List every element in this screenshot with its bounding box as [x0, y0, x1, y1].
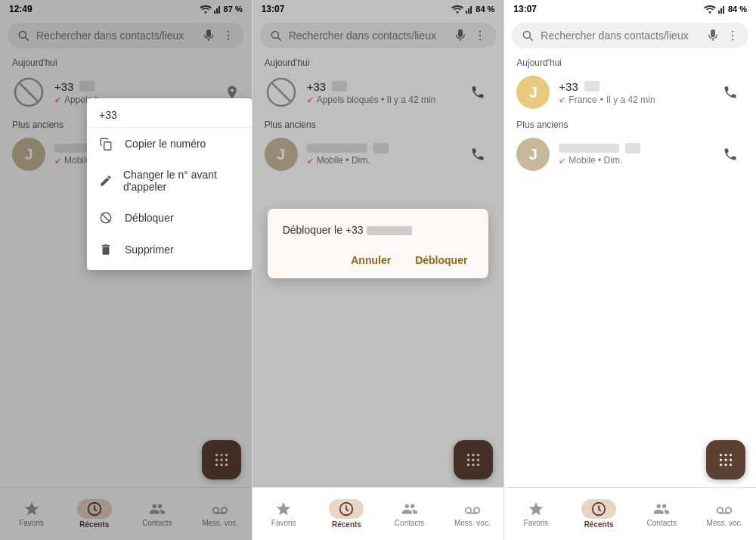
menu-change-label: Changer le n° avant d'appeler	[123, 169, 240, 193]
menu-change-number[interactable]: Changer le n° avant d'appeler	[87, 160, 252, 202]
status-icons-3: 84 %	[704, 5, 747, 14]
user-sub-3: ↙ Mobile • Dim.	[559, 155, 708, 166]
clock-icon-2	[338, 501, 355, 517]
svg-point-59	[730, 454, 732, 456]
nav-contacts-2[interactable]: Contacts	[378, 496, 441, 532]
call-action-user-3[interactable]	[717, 141, 744, 168]
edit-icon	[99, 174, 113, 188]
menu-copy-number[interactable]: Copier le numéro	[87, 128, 252, 160]
nav-favorites-3[interactable]: Favoris	[504, 496, 567, 532]
svg-point-67	[717, 507, 723, 513]
voicemail-icon-3	[716, 501, 733, 517]
nav-favorites-label-2: Favoris	[271, 519, 296, 527]
section-older-3: Plus anciens	[504, 115, 756, 132]
svg-line-53	[530, 37, 534, 41]
contacts-icon-3	[653, 501, 670, 517]
wifi-icon-3	[704, 5, 716, 14]
search-input-3[interactable]	[541, 29, 700, 42]
bottom-nav-3: Favoris Récents Contacts Mess. voc.	[504, 487, 756, 540]
star-icon-3	[528, 501, 544, 517]
svg-rect-10	[104, 142, 111, 151]
menu-copy-label: Copier le numéro	[125, 138, 206, 150]
user-yellow-sub-detail-3: France	[569, 95, 596, 105]
svg-point-46	[466, 507, 471, 513]
bottom-nav-2: Favoris Récents Contacts Mess. voc.	[253, 487, 504, 540]
fab-3[interactable]	[706, 440, 745, 479]
svg-point-61	[724, 458, 727, 461]
nav-recents-label-3: Récents	[584, 520, 614, 529]
more-icon-3[interactable]	[726, 29, 739, 42]
message-icon-user-3	[625, 143, 640, 154]
signal-icon-3	[718, 5, 726, 14]
svg-point-64	[724, 464, 727, 466]
copy-icon	[99, 137, 114, 151]
menu-delete[interactable]: Supprimer	[87, 234, 252, 265]
svg-point-65	[730, 464, 732, 466]
mic-icon-3[interactable]	[706, 29, 720, 42]
star-icon-2	[275, 501, 292, 517]
user-name-3	[559, 143, 708, 154]
panel-2: 13:07 84 % Aujourd'hui +33 ↙ Appels bloq…	[253, 0, 505, 540]
search-icon-3	[521, 29, 534, 42]
call-arrow-user-3: ↙	[559, 156, 565, 166]
panel-1: 12:49 87 % Aujourd'hui +33 ↙ Appels b	[0, 0, 253, 540]
svg-point-63	[720, 464, 722, 466]
svg-point-56	[732, 39, 733, 40]
svg-point-58	[724, 454, 727, 456]
panel-3: 13:07 84 % Aujourd'hui J +33 ↙ France • …	[504, 0, 756, 540]
search-bar-3[interactable]	[512, 23, 748, 48]
dialog-number-redacted	[367, 226, 412, 235]
svg-line-12	[101, 213, 110, 222]
svg-rect-49	[718, 11, 720, 14]
nav-favorites-label-3: Favoris	[524, 519, 549, 527]
user-yellow-name-3: +33	[559, 80, 708, 93]
nav-contacts-label-2: Contacts	[395, 519, 424, 527]
user-sub-text-3: Mobile • Dim.	[569, 155, 622, 166]
nav-voicemail-label-2: Mess. voc.	[454, 519, 491, 527]
dialog-cancel-2[interactable]: Annuler	[345, 251, 397, 269]
dialog-confirm-2[interactable]: Débloquer	[409, 251, 473, 269]
nav-recents-2[interactable]: Récents	[315, 495, 378, 533]
user-info-3: ↙ Mobile • Dim.	[559, 143, 708, 166]
message-icon-yellow-3	[584, 81, 600, 92]
delete-icon	[99, 243, 114, 256]
user-name-redacted-3	[559, 144, 619, 153]
nav-recents-3[interactable]: Récents	[568, 495, 631, 533]
battery-3: 84 %	[728, 5, 747, 14]
status-bar-3: 13:07 84 %	[504, 0, 756, 18]
menu-delete-label: Supprimer	[125, 244, 174, 256]
context-menu-overlay-1[interactable]	[0, 0, 252, 540]
user-yellow-sub-3: ↙ France • Il y a 42 min	[559, 95, 708, 105]
call-arrow-yellow-3: ↙	[559, 95, 565, 104]
svg-point-55	[732, 35, 733, 36]
svg-point-52	[524, 31, 531, 38]
nav-favorites-2[interactable]: Favoris	[253, 496, 315, 532]
nav-recents-pill-3	[581, 499, 616, 519]
clock-icon-3	[590, 501, 607, 517]
avatar-yellow-3: J	[516, 76, 550, 109]
call-item-user-3[interactable]: J ↙ Mobile • Dim.	[504, 132, 756, 177]
nav-contacts-label-3: Contacts	[647, 519, 677, 527]
dialog-2: Débloquer le +33 Annuler Débloquer	[268, 209, 489, 278]
call-action-yellow-3[interactable]	[717, 79, 744, 106]
call-item-user-yellow-3[interactable]: J +33 ↙ France • Il y a 42 min	[504, 70, 756, 115]
contacts-icon-2	[401, 501, 418, 517]
context-menu-1: +33 Copier le numéro Changer le n° avant…	[87, 98, 252, 270]
time-3: 13:07	[513, 4, 537, 14]
user-yellow-sub-text-3: Il y a 42 min	[606, 95, 655, 105]
nav-voicemail-label-3: Mess. voc.	[707, 519, 743, 527]
voicemail-icon-2	[464, 501, 481, 517]
svg-rect-50	[720, 8, 722, 14]
svg-rect-51	[723, 6, 724, 14]
nav-voicemail-2[interactable]: Mess. voc.	[441, 496, 503, 532]
user-yellow-info-3: +33 ↙ France • Il y a 42 min	[559, 80, 708, 105]
menu-unblock-label: Débloquer	[125, 212, 174, 224]
dialpad-icon-3	[716, 450, 736, 470]
nav-recents-pill-2	[329, 499, 364, 519]
dialog-overlay-2[interactable]: Débloquer le +33 Annuler Débloquer	[253, 0, 504, 487]
menu-unblock[interactable]: Débloquer	[87, 202, 252, 234]
nav-contacts-3[interactable]: Contacts	[631, 496, 693, 532]
svg-point-57	[720, 454, 722, 456]
nav-voicemail-3[interactable]: Mess. voc.	[693, 496, 756, 532]
svg-point-68	[726, 507, 731, 513]
